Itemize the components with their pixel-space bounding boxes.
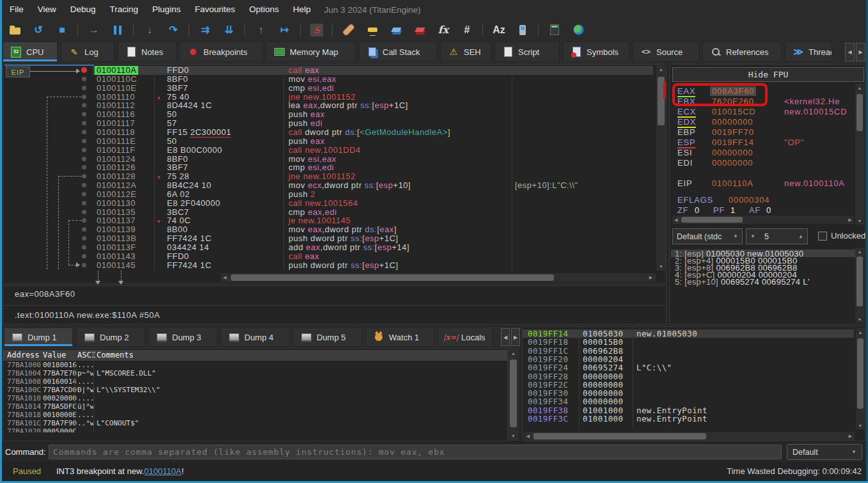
unlocked-checkbox[interactable] — [818, 232, 827, 241]
functions-icon[interactable]: fx — [435, 22, 452, 38]
pause-icon[interactable] — [109, 22, 126, 38]
analysis-icon[interactable]: # — [459, 22, 475, 38]
bullet-icon[interactable] — [82, 192, 86, 196]
open-file-icon[interactable] — [6, 22, 23, 38]
args-vertical-scrollbar[interactable]: ▲▼ — [855, 248, 864, 323]
dump-tab-locals[interactable]: |x=|Locals — [438, 328, 493, 347]
execute-till-return-icon[interactable]: ↦ — [276, 22, 293, 38]
scroll-left-arrow[interactable]: ◀ — [221, 273, 229, 282]
register-row[interactable]: ECX010015CDnew.010015CD — [677, 107, 856, 117]
scroll-up-arrow[interactable]: ▲ — [509, 349, 518, 358]
browser-icon[interactable] — [570, 22, 587, 38]
command-input[interactable] — [49, 445, 782, 459]
comments-icon[interactable] — [364, 22, 381, 38]
tab-scroll-left-button[interactable]: ◀ — [845, 43, 855, 61]
bullet-icon[interactable] — [82, 263, 86, 267]
step-into-icon[interactable]: ↓ — [141, 22, 158, 38]
scroll-down-arrow[interactable]: ▼ — [656, 262, 666, 271]
dump-tab-dump-3[interactable]: Dump 3 — [148, 328, 217, 347]
bullet-icon[interactable] — [82, 210, 86, 214]
dump-row[interactable]: 77BA10180010000E.... — [3, 411, 507, 419]
hide-fpu-button[interactable]: Hide FPU — [672, 67, 864, 82]
register-row[interactable]: EDX00000000 — [677, 117, 856, 127]
dump-tab-dump-1[interactable]: Dump 1 — [4, 328, 73, 347]
stack-row[interactable]: 0019FF2000000204 — [523, 355, 854, 363]
bullet-icon[interactable] — [82, 183, 86, 187]
restart-icon[interactable]: ↺ — [30, 22, 47, 38]
flags-row[interactable]: ZF0PF1AF0 — [677, 205, 856, 216]
bullet-icon[interactable] — [82, 245, 86, 249]
stack-row[interactable]: 0019FF2400695274L"C:\\" — [523, 363, 854, 372]
scroll-up-arrow[interactable]: ▲ — [656, 65, 666, 74]
scroll-down-arrow[interactable]: ▼ — [856, 422, 865, 429]
dump-row[interactable]: 77BA100000180016.... — [3, 361, 507, 369]
tab-references[interactable]: References — [702, 42, 782, 62]
disasm-row[interactable]: 0100113F034424 14add eax,dword ptr ss:[e… — [3, 243, 654, 252]
menu-favourites[interactable]: Favourites — [187, 0, 242, 19]
menu-options[interactable]: Options — [242, 0, 286, 19]
menu-tracing[interactable]: Tracing — [103, 0, 146, 19]
tab-seh[interactable]: ⚠SEH — [440, 42, 491, 62]
scroll-right-arrow[interactable]: ▶ — [846, 432, 855, 441]
argument-row[interactable]: 5: [esp+10] 00695274 00695274 L' — [675, 278, 855, 285]
spinner-up-icon[interactable]: ▲ — [798, 234, 803, 239]
stack-row[interactable]: 0019FF3000000000 — [523, 389, 854, 397]
register-row[interactable]: ESP0019FF14"OP" — [677, 138, 856, 148]
scroll-up-arrow[interactable]: ▲ — [855, 248, 864, 255]
scroll-down-arrow[interactable]: ▼ — [509, 432, 518, 440]
stack-row[interactable]: 0019FF1401005030new.01005030 — [523, 329, 854, 338]
dump-row[interactable]: 77BA101C77BA7F90..°wL"CONOUT$" — [3, 419, 507, 427]
tab-threads[interactable]: ≫Threads — [785, 42, 832, 62]
scroll-right-arrow[interactable]: ▶ — [846, 216, 854, 224]
dump-row[interactable]: 77BA101000020000.... — [3, 394, 507, 402]
step-out-icon[interactable]: ↑ — [253, 22, 269, 38]
breakpoint-address-link[interactable]: 0100110A — [144, 466, 181, 476]
disasm-row[interactable]: 01001118FF15 2C300001call dword ptr ds:[… — [3, 128, 654, 137]
tab-call-stack[interactable]: Call Stack — [359, 42, 437, 62]
stack-horizontal-scrollbar[interactable]: ◀▶ — [524, 432, 855, 441]
stack-row[interactable]: 0019FF1C006962B8 — [523, 347, 854, 355]
tab-log[interactable]: ✎Log — [61, 42, 114, 62]
scrollbar-thumb[interactable] — [533, 433, 706, 439]
run-to-user-code-icon[interactable]: ⇉ — [197, 22, 214, 38]
step-over-icon[interactable]: ↷ — [165, 22, 182, 38]
tab-memory-map[interactable]: Memory Map — [266, 42, 356, 62]
stack-row[interactable]: 0019FF2C00000000 — [523, 381, 854, 389]
dump-vertical-scrollbar[interactable]: ▲▼ — [509, 349, 518, 440]
dump-row[interactable]: 77BA101477BA5DFCü]°w — [3, 402, 507, 411]
command-profile-dropdown[interactable]: Default ▼ — [787, 444, 862, 460]
assemble-icon[interactable]: Az — [491, 22, 507, 38]
scroll-down-arrow[interactable]: ▼ — [855, 315, 864, 323]
stack-row[interactable]: 0019FF3400000000 — [523, 397, 854, 406]
menu-file[interactable]: File — [3, 0, 31, 19]
tab-script[interactable]: Script — [494, 42, 560, 62]
register-row-eip[interactable]: EIP0100110Anew.0100110A — [677, 178, 856, 189]
bullet-icon[interactable] — [82, 77, 86, 81]
stack-row[interactable]: 0019FF3C01001000new.EntryPoint — [523, 415, 854, 423]
calling-convention-dropdown[interactable]: Default (stdc▼ — [672, 228, 743, 244]
trace-into-icon[interactable]: ⇊ — [221, 22, 237, 38]
stop-icon[interactable]: ■ — [54, 22, 70, 38]
scrollbar-thumb[interactable] — [856, 257, 863, 306]
bullet-icon[interactable] — [82, 201, 86, 205]
patches-icon[interactable] — [340, 22, 357, 38]
scroll-up-arrow[interactable]: ▲ — [855, 84, 864, 91]
disasm-row[interactable]: 0100112A8B4C24 10mov ecx,dword ptr ss:[e… — [3, 181, 654, 190]
spinner-down-icon[interactable]: ▼ — [750, 234, 755, 239]
dump-row[interactable]: 77BA10200005000C.... — [3, 427, 507, 432]
scrollbar-thumb[interactable] — [857, 338, 864, 409]
stack-row[interactable]: 0019FF18000015B0 — [523, 338, 854, 346]
dump-row[interactable]: 77BA100C77BA7CD0Ð|°wL"\\SYSTEM32\\" — [3, 386, 507, 394]
argument-depth-spinner[interactable]: ▼5▲ — [746, 228, 808, 244]
scrollbar-thumb[interactable] — [231, 274, 554, 281]
bookmarks-icon[interactable] — [411, 22, 428, 38]
stack-row[interactable]: 0019FF3801001000new.EntryPoint — [523, 406, 854, 415]
attach-icon[interactable] — [514, 22, 531, 38]
scroll-up-arrow[interactable]: ▲ — [856, 328, 865, 336]
bullet-icon[interactable] — [82, 139, 86, 143]
labels-icon[interactable] — [388, 22, 404, 38]
tab-source[interactable]: <>Source — [633, 42, 699, 62]
disasm-row[interactable]: 01001145FF7424 1Cpush dword ptr ss:[esp+… — [3, 261, 654, 270]
bullet-icon[interactable] — [82, 130, 86, 134]
dump-tab-scroll-left-button[interactable]: ◀ — [501, 328, 510, 346]
